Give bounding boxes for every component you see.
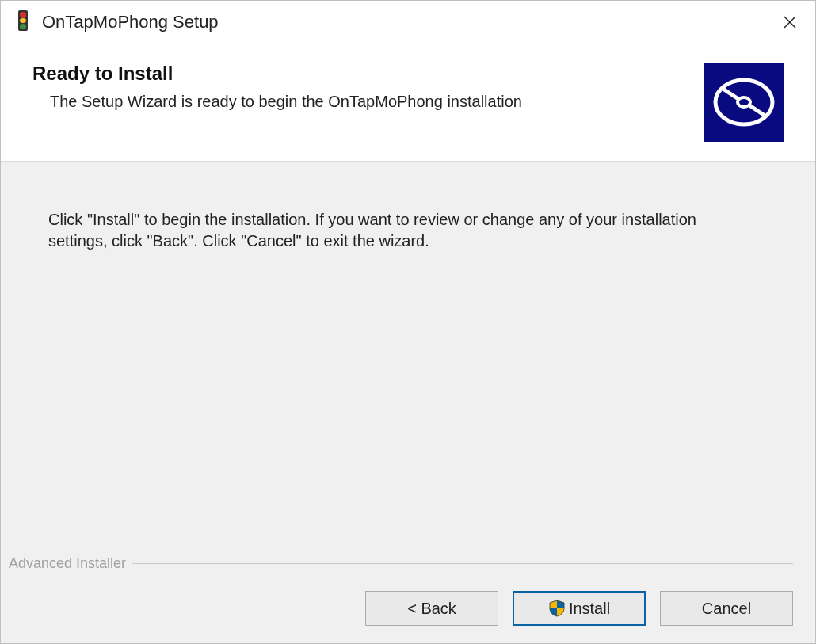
- close-button[interactable]: [774, 6, 806, 38]
- close-icon: [783, 15, 797, 29]
- svg-point-3: [738, 97, 750, 107]
- page-subtitle: The Setup Wizard is ready to begin the O…: [50, 93, 688, 111]
- installer-logo: [704, 63, 784, 142]
- branding-line: Advanced Installer: [9, 555, 793, 572]
- install-button[interactable]: Install: [513, 591, 646, 626]
- branding-rule: [132, 563, 793, 564]
- app-icon: [15, 10, 34, 34]
- uac-shield-icon: [548, 600, 566, 617]
- header-text-block: Ready to Install The Setup Wizard is rea…: [32, 63, 688, 111]
- instruction-text: Click "Install" to begin the installatio…: [48, 209, 738, 252]
- back-button-label: < Back: [407, 600, 456, 618]
- button-row: < Back Install Cancel: [9, 591, 793, 626]
- installer-window: OnTapMoPhong Setup Ready to Install The …: [0, 0, 816, 644]
- page-title: Ready to Install: [32, 63, 688, 85]
- svg-point-2: [715, 80, 772, 124]
- cancel-button[interactable]: Cancel: [660, 591, 793, 626]
- wizard-footer: Advanced Installer < Back Install: [1, 555, 815, 643]
- install-button-label: Install: [569, 600, 610, 618]
- back-button[interactable]: < Back: [365, 591, 498, 626]
- traffic-light-icon: [15, 10, 31, 34]
- wizard-header: Ready to Install The Setup Wizard is rea…: [1, 44, 815, 162]
- titlebar: OnTapMoPhong Setup: [1, 1, 815, 44]
- branding-label: Advanced Installer: [9, 555, 126, 572]
- disc-icon: [712, 70, 776, 134]
- window-title: OnTapMoPhong Setup: [42, 12, 774, 32]
- wizard-content: Click "Install" to begin the installatio…: [1, 162, 815, 555]
- cancel-button-label: Cancel: [702, 600, 751, 618]
